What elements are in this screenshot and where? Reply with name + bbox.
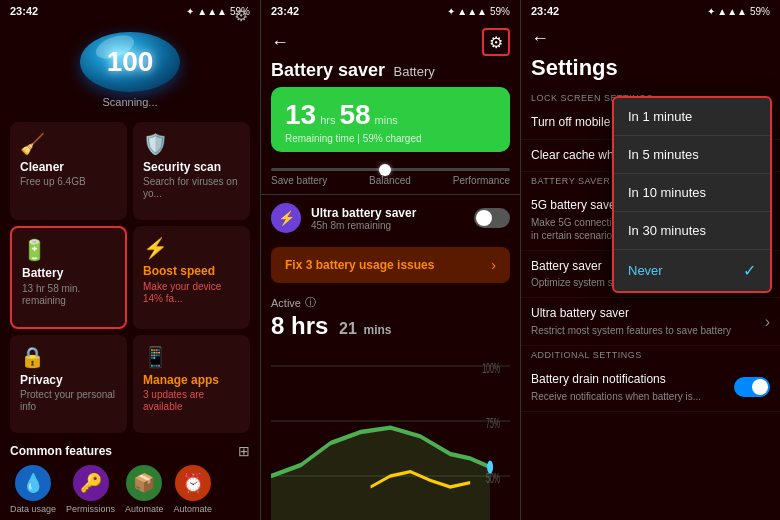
ultra-battery-saver-row-sub: Restrict most system features to save ba… — [531, 324, 731, 337]
battery-status-3: ✦ ▲▲▲ 59% — [707, 6, 771, 17]
tile-cleaner[interactable]: 🧹 Cleaner Free up 6.4GB — [10, 122, 127, 220]
permissions-label: Permissions — [66, 504, 115, 514]
battery-time-row: 13 hrs 58 mins — [285, 99, 496, 131]
active-section: Active ⓘ 8 hrs 21 mins — [261, 289, 520, 344]
lock-screen-dropdown: In 1 minute In 5 minutes In 10 minutes I… — [612, 96, 772, 293]
active-mins-label: mins — [364, 323, 392, 337]
fix-arrow-icon: › — [491, 257, 496, 273]
battery-saver-title: Battery saver — [271, 60, 385, 80]
battery-saver-subtitle: Battery — [394, 64, 435, 79]
setting-ultra-battery-saver[interactable]: Ultra battery saver Restrict most system… — [521, 298, 780, 346]
hours-label: hrs — [320, 114, 335, 126]
automate2-label: Automate — [174, 504, 213, 514]
tile-privacy[interactable]: 🔒 Privacy Protect your personal info — [10, 335, 127, 433]
ultra-battery-saver-arrow-icon: › — [765, 313, 770, 331]
battery-hours: 13 — [285, 99, 316, 131]
battery-status-2: ✦ ▲▲▲ 59% — [447, 6, 511, 17]
tile-battery[interactable]: 🔋 Battery 13 hr 58 min. remaining — [10, 226, 127, 328]
scanner-sphere: 100 — [80, 32, 180, 92]
status-bar-2: 23:42 ✦ ▲▲▲ 59% — [261, 0, 520, 22]
battery-sub: 13 hr 58 min. remaining — [22, 283, 115, 307]
dropdown-label-5min: In 5 minutes — [628, 147, 699, 162]
status-bar-1: 23:42 ✦ ▲▲▲ 59% — [0, 0, 260, 22]
ultra-battery-saver-text: Ultra battery saver Restrict most system… — [531, 306, 731, 337]
fix-issues-button[interactable]: Fix 3 battery usage issues › — [271, 247, 510, 283]
data-usage-label: Data usage — [10, 504, 56, 514]
battery-drain-text: Battery drain notifications Receive noti… — [531, 372, 701, 403]
tile-security-scan[interactable]: 🛡️ Security scan Search for viruses on y… — [133, 122, 250, 220]
header-gear-button[interactable]: ⚙ — [482, 28, 510, 56]
battery-percent-2: 59% — [490, 6, 510, 17]
toggle-knob — [476, 210, 492, 226]
mode-thumb — [379, 164, 391, 176]
cleaner-title: Cleaner — [20, 160, 117, 174]
battery-title: Battery — [22, 266, 115, 280]
battery-drain-toggle[interactable] — [734, 377, 770, 397]
battery-drain-toggle-knob — [752, 379, 768, 395]
data-usage-icon: 💧 — [15, 465, 51, 501]
dropdown-item-30min[interactable]: In 30 minutes — [614, 212, 770, 250]
mode-performance: Performance — [453, 175, 510, 186]
automate-label: Automate — [125, 504, 164, 514]
battery-chart: 100% 75% 50% — [261, 344, 520, 520]
automate-icon: 📦 — [126, 465, 162, 501]
common-item-permissions[interactable]: 🔑 Permissions — [66, 465, 115, 514]
dropdown-label-1min: In 1 minute — [628, 109, 692, 124]
battery-percent-3: 59% — [750, 6, 770, 17]
ultra-battery-toggle[interactable] — [474, 208, 510, 228]
back-button-2[interactable]: ← — [271, 32, 289, 53]
dropdown-item-5min[interactable]: In 5 minutes — [614, 136, 770, 174]
ultra-battery-saver-row: ⚡ Ultra battery saver 45h 8m remaining — [261, 194, 520, 241]
setting-battery-drain[interactable]: Battery drain notifications Receive noti… — [521, 364, 780, 412]
boost-speed-title: Boost speed — [143, 264, 240, 278]
time-3: 23:42 — [531, 5, 559, 17]
common-features-title: Common features — [10, 444, 112, 458]
security-scan-icon: 🛡️ — [143, 132, 240, 156]
bluetooth-icon: ✦ — [186, 6, 194, 17]
active-label: Active ⓘ — [271, 295, 510, 310]
dropdown-checkmark: ✓ — [743, 261, 756, 280]
tile-manage-apps[interactable]: 📱 Manage apps 3 updates are available — [133, 335, 250, 433]
ultra-battery-icon: ⚡ — [271, 203, 301, 233]
common-title-row: Common features ⊞ — [10, 443, 250, 459]
panel-settings: 23:42 ✦ ▲▲▲ 59% ← Settings LOCK SCREEN S… — [520, 0, 780, 520]
battery-drain-title: Battery drain notifications — [531, 372, 701, 388]
mode-labels: Save battery Balanced Performance — [271, 175, 510, 186]
security-scan-sub: Search for viruses on yo... — [143, 176, 240, 200]
dropdown-label-10min: In 10 minutes — [628, 185, 706, 200]
panel-battery: 23:42 ✦ ▲▲▲ 59% ← ⚙ Battery saver Batter… — [260, 0, 520, 520]
mode-slider-area[interactable]: Save battery Balanced Performance — [261, 162, 520, 194]
common-features-expand-icon[interactable]: ⊞ — [238, 443, 250, 459]
time-2: 23:42 — [271, 5, 299, 17]
scanning-status: Scanning... — [102, 96, 157, 108]
svg-text:100%: 100% — [482, 358, 500, 376]
dropdown-item-never[interactable]: Never ✓ — [614, 250, 770, 291]
mode-save-battery: Save battery — [271, 175, 327, 186]
active-time: 8 hrs 21 mins — [271, 312, 510, 340]
settings-title: Settings — [521, 53, 780, 89]
permissions-icon: 🔑 — [73, 465, 109, 501]
battery-chart-svg: 100% 75% 50% — [271, 344, 510, 520]
back-button-3[interactable]: ← — [531, 28, 549, 49]
fix-issues-text: Fix 3 battery usage issues — [285, 258, 434, 272]
active-hours: 8 hrs — [271, 312, 328, 339]
svg-text:75%: 75% — [486, 413, 500, 431]
dropdown-item-10min[interactable]: In 10 minutes — [614, 174, 770, 212]
common-item-automate2[interactable]: ⏰ Automate — [174, 465, 213, 514]
boost-speed-sub: Make your device 14% fa... — [143, 281, 240, 305]
dropdown-item-1min[interactable]: In 1 minute — [614, 98, 770, 136]
common-item-data-usage[interactable]: 💧 Data usage — [10, 465, 56, 514]
battery-drain-sub: Receive notifications when battery is... — [531, 390, 701, 403]
signal-icons: ▲▲▲ — [197, 6, 227, 17]
svg-marker-6 — [271, 428, 490, 520]
tile-boost-speed[interactable]: ⚡ Boost speed Make your device 14% fa... — [133, 226, 250, 328]
dropdown-label-30min: In 30 minutes — [628, 223, 706, 238]
cleaner-icon: 🧹 — [20, 132, 117, 156]
manage-apps-sub: 3 updates are available — [143, 389, 240, 413]
battery-remaining-text: Remaining time | 59% charged — [285, 133, 496, 144]
mins-label: mins — [375, 114, 398, 126]
sphere-container: 100 — [80, 32, 180, 92]
common-item-automate[interactable]: 📦 Automate — [125, 465, 164, 514]
common-features-section: Common features ⊞ 💧 Data usage 🔑 Permiss… — [0, 439, 260, 520]
ultra-battery-text: Ultra battery saver 45h 8m remaining — [311, 206, 474, 231]
